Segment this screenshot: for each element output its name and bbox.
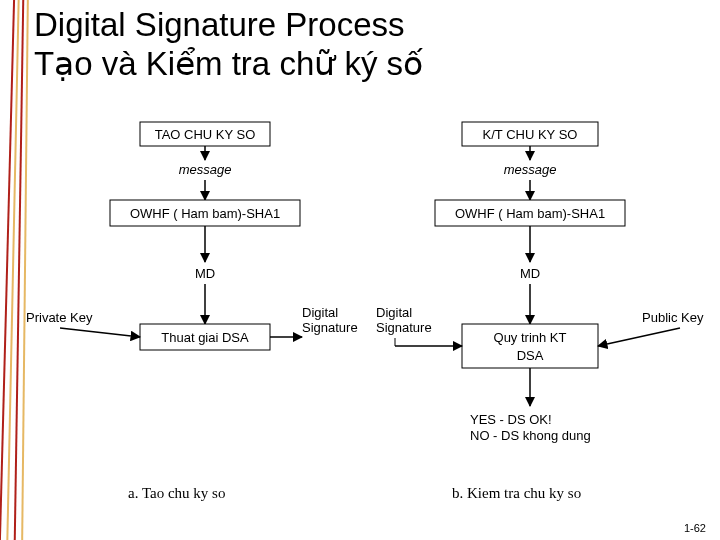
right-result1: YES - DS OK!	[470, 412, 552, 427]
right-header-label: K/T CHU KY SO	[483, 127, 578, 142]
right-kt-label1: Quy trinh KT	[494, 330, 567, 345]
right-sig-label-line1: Digital	[376, 305, 412, 320]
right-result2: NO - DS khong dung	[470, 428, 591, 443]
right-message-label: message	[504, 162, 557, 177]
right-kt-label2: DSA	[517, 348, 544, 363]
right-md-label: MD	[520, 266, 540, 281]
left-header-label: TAO CHU KY SO	[155, 127, 256, 142]
right-hash-label: OWHF ( Ham bam)-SHA1	[455, 206, 605, 221]
right-sig-label-line2: Signature	[376, 320, 432, 335]
left-caption: a. Tao chu ky so	[128, 485, 225, 501]
svg-line-12	[598, 328, 680, 346]
left-dsa-label: Thuat giai DSA	[161, 330, 249, 345]
right-caption: b. Kiem tra chu ky so	[452, 485, 581, 501]
left-sig-label-line2: Signature	[302, 320, 358, 335]
left-sig-label-line1: Digital	[302, 305, 338, 320]
svg-line-4	[60, 328, 140, 337]
left-message-label: message	[179, 162, 232, 177]
public-key-label: Public Key	[642, 310, 704, 325]
left-md-label: MD	[195, 266, 215, 281]
private-key-label: Private Key	[26, 310, 93, 325]
left-hash-label: OWHF ( Ham bam)-SHA1	[130, 206, 280, 221]
